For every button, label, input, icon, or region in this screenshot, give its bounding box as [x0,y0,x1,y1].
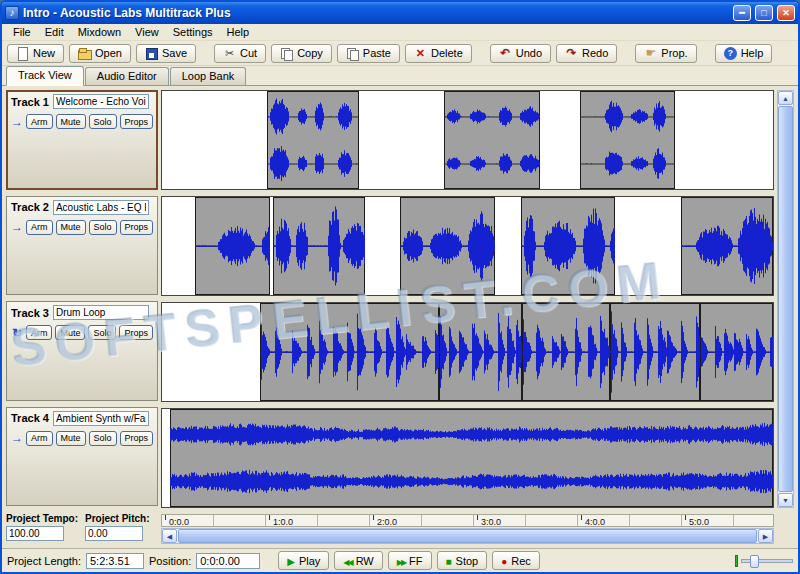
track-number: Track 1 [11,96,49,108]
fast-forward-button[interactable]: FF [388,551,432,570]
solo-button[interactable]: Solo [89,431,117,446]
track-header-column: Track 1 → Arm Mute Solo Props Track 2 [6,90,158,544]
props-button[interactable]: Props [120,220,154,235]
record-button[interactable]: Rec [492,551,540,570]
project-tempo-input[interactable] [6,526,64,541]
arm-button[interactable]: Arm [26,220,53,235]
project-tempo-label: Project Tempo: [6,513,79,526]
delete-button[interactable]: Delete [405,44,472,63]
track-name-input[interactable] [53,411,149,426]
new-file-icon [16,47,29,60]
arm-button[interactable]: Arm [26,431,53,446]
props-button[interactable]: Props [119,325,153,340]
tab-loop-bank[interactable]: Loop Bank [170,67,247,85]
track-1-lane[interactable] [161,90,774,190]
button-label: Stop [456,555,479,567]
menu-settings[interactable]: Settings [166,25,220,39]
properties-button[interactable]: Prop. [635,44,696,63]
arm-button[interactable]: Arm [26,325,53,340]
button-label: New [33,47,55,59]
timeline-ruler[interactable]: 0:0.0 1:0.0 2:0.0 3:0.0 4:0.0 5:0.0 [161,514,774,527]
button-label: RW [356,555,374,567]
cut-button[interactable]: Cut [214,44,266,63]
paste-button[interactable]: Paste [337,44,400,63]
mute-button[interactable]: Mute [56,431,86,446]
statusbar: Project Length: Position: Play RW FF Sto… [2,548,798,572]
level-slider[interactable] [735,555,793,567]
track-name-input[interactable] [53,200,149,215]
redo-button[interactable]: Redo [556,44,617,63]
track-1-waveform[interactable] [162,91,773,189]
menu-view[interactable]: View [128,25,166,39]
track-name-input[interactable] [53,94,149,109]
maximize-button[interactable]: □ [755,5,773,21]
scroll-up-icon[interactable]: ▲ [778,91,793,105]
minimize-button[interactable]: ━ [733,5,751,21]
play-button[interactable]: Play [278,551,329,570]
button-label: Prop. [661,47,687,59]
project-pitch-label: Project Pitch: [85,513,158,526]
track-number: Track 4 [11,412,49,424]
track-2-lane[interactable] [161,196,774,296]
button-label: Paste [363,47,391,59]
level-slider-track[interactable] [741,559,793,563]
save-button[interactable]: Save [136,44,196,63]
vertical-scrollbar[interactable]: ▲ ▼ [777,90,794,508]
menu-edit[interactable]: Edit [38,25,71,39]
track-number: Track 2 [11,201,49,213]
horizontal-scroll-thumb[interactable] [178,529,757,543]
track-2-header[interactable]: Track 2 → Arm Mute Solo Props [6,196,158,296]
clipboard-icon [346,47,359,60]
scroll-column: ▲ ▼ [777,90,794,544]
mute-button[interactable]: Mute [56,114,86,129]
track-2-waveform[interactable] [162,197,773,295]
button-label: Copy [297,47,323,59]
tab-audio-editor[interactable]: Audio Editor [85,67,169,85]
menu-file[interactable]: File [6,25,38,39]
mute-button[interactable]: Mute [56,220,86,235]
track-number: Track 3 [11,307,49,319]
props-button[interactable]: Props [120,431,154,446]
open-button[interactable]: Open [69,44,131,63]
track-1-header[interactable]: Track 1 → Arm Mute Solo Props [6,90,158,190]
scroll-right-icon[interactable]: ▶ [758,529,773,543]
position-field[interactable] [196,553,260,569]
menu-help[interactable]: Help [220,25,257,39]
scroll-left-icon[interactable]: ◀ [162,529,177,543]
solo-button[interactable]: Solo [89,220,117,235]
titlebar: ♪ Intro - Acoustic Labs Multitrack Plus … [2,2,798,24]
tab-track-view[interactable]: Track View [6,66,84,86]
scroll-down-icon[interactable]: ▼ [778,493,793,507]
track-3-waveform[interactable] [162,303,773,401]
track-3-header[interactable]: Track 3 ↻ Arm Mute Solo Props [6,301,158,401]
help-button[interactable]: Help [715,44,773,63]
track-4-lane[interactable] [161,408,774,508]
menu-mixdown[interactable]: Mixdown [71,25,128,39]
rewind-button[interactable]: RW [334,551,382,570]
stop-icon [446,555,452,567]
new-button[interactable]: New [7,44,64,63]
undo-button[interactable]: Undo [490,44,551,63]
track-name-input[interactable] [53,305,149,320]
level-slider-thumb[interactable] [750,555,759,568]
solo-button[interactable]: Solo [88,325,116,340]
track-3-lane[interactable] [161,302,774,402]
horizontal-scrollbar[interactable]: ◀ ▶ [161,528,774,544]
arm-button[interactable]: Arm [26,114,53,129]
project-length-field[interactable] [86,553,144,569]
copy-pages-icon [280,47,293,60]
open-folder-icon [78,47,91,60]
timeline-label: 3:0.0 [479,515,501,527]
button-label: Rec [511,555,531,567]
close-button[interactable]: ✕ [777,5,795,21]
project-pitch-input[interactable] [85,526,143,541]
track-4-header[interactable]: Track 4 → Arm Mute Solo Props [6,407,158,507]
track-4-waveform[interactable] [162,409,773,507]
vertical-scroll-thumb[interactable] [778,106,793,492]
mute-button[interactable]: Mute [55,325,85,340]
stop-button[interactable]: Stop [437,551,488,570]
copy-button[interactable]: Copy [271,44,332,63]
window-title: Intro - Acoustic Labs Multitrack Plus [23,6,729,20]
solo-button[interactable]: Solo [89,114,117,129]
props-button[interactable]: Props [120,114,154,129]
